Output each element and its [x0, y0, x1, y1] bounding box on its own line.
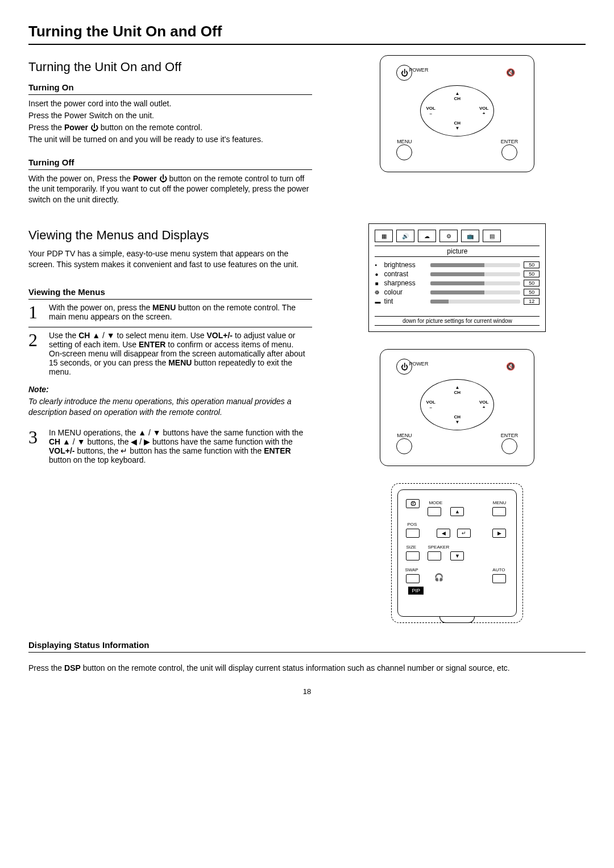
turning-on-l4: The unit will be turned on and you will … — [28, 134, 312, 145]
kbd-size-label: SIZE — [406, 545, 416, 550]
top-keyboard-diagram: ⏼ MODE MENU ▲ POS ◀ ↵ ▶ SIZE SPEAKER — [391, 483, 523, 623]
menu-label: MENU — [396, 433, 412, 438]
kbd-btn — [428, 507, 441, 516]
kbd-enter-icon: ↵ — [457, 529, 471, 538]
remote-diagram: POWER ⏻ 🔇 ▲CH CH▼ VOL– VOL+ MENU ENTER — [380, 55, 534, 172]
section1-heading: Turning the Unit On and Off — [28, 60, 312, 74]
kbd-down-icon: ▼ — [450, 551, 464, 560]
mute-icon: 🔇 — [503, 65, 518, 80]
osd-menu: ▦ 🔊 ☁ ⚙ 📺 ▤ picture •brightness50 ●contr… — [368, 223, 546, 332]
title-rule — [28, 44, 586, 45]
step-3: 3 In MENU operations, the ▲ / ▼ buttons … — [28, 428, 312, 464]
osd-row: ■sharpness50 — [375, 279, 540, 288]
kbd-pip-label: PIP — [408, 587, 424, 595]
page-number: 18 — [28, 687, 586, 696]
osd-row: ●contrast50 — [375, 269, 540, 279]
power-label: POWER — [409, 67, 428, 73]
step-1: 1 With the power on, press the MENU butt… — [28, 303, 312, 321]
osd-tab-icon: 🔊 — [396, 230, 414, 242]
osd-tab-icon: ☁ — [418, 230, 436, 242]
divider — [28, 169, 312, 170]
osd-row: ▬tint12 — [375, 297, 540, 306]
section2-heading: Viewing the Menus and Displays — [28, 228, 312, 243]
menu-label: MENU — [396, 139, 412, 144]
status-text: Press the DSP button on the remote contr… — [28, 663, 586, 674]
kbd-btn — [406, 551, 420, 560]
power-label: POWER — [409, 361, 428, 367]
kbd-btn — [406, 574, 420, 583]
kbd-btn — [492, 574, 506, 583]
osd-tab-icon: ⚙ — [439, 230, 458, 242]
kbd-up-icon: ▲ — [450, 507, 464, 516]
kbd-menu-label: MENU — [493, 500, 507, 505]
enter-icon — [501, 438, 517, 454]
osd-row: •brightness50 — [375, 260, 540, 269]
enter-label: ENTER — [501, 433, 518, 438]
kbd-speaker-label: SPEAKER — [428, 545, 449, 550]
remote-diagram: POWER ⏻ 🔇 ▲CH CH▼ VOL– VOL+ MENU ENTER — [380, 349, 534, 466]
kbd-auto-label: AUTO — [492, 567, 505, 572]
note-heading: Note: — [28, 384, 312, 395]
osd-tab-icon: 📺 — [461, 230, 479, 242]
osd-title: picture — [375, 246, 540, 257]
kbd-btn — [406, 529, 420, 538]
section2-intro: Your PDP TV has a simple, easy-to-use me… — [28, 248, 312, 270]
menu-icon — [396, 438, 412, 454]
divider — [28, 94, 312, 95]
turning-on-l1: Insert the power cord into the wall outl… — [28, 98, 312, 109]
turning-on-title: Turning On — [28, 82, 312, 92]
turning-on-l3: Press the Power ⏻ button on the remote c… — [28, 122, 312, 133]
divider — [28, 327, 312, 327]
enter-label: ENTER — [501, 139, 518, 144]
dpad: ▲CH CH▼ VOL– VOL+ — [420, 379, 494, 430]
note-body: To clearly introduce the menu operations… — [28, 396, 312, 418]
page-title: Turning the Unit On and Off — [28, 23, 586, 40]
viewing-menus-title: Viewing the Menus — [28, 287, 312, 297]
kbd-swap-label: SWAP — [405, 567, 418, 572]
divider — [28, 299, 312, 300]
kbd-pwr-icon: ⏼ — [406, 499, 420, 508]
kbd-mode-label: MODE — [429, 500, 442, 505]
turning-off-title: Turning Off — [28, 157, 312, 167]
osd-hint: down for picture settings for current wi… — [375, 316, 540, 326]
turning-off-p1: With the power on, Press the Power ⏻ but… — [28, 173, 312, 206]
divider — [28, 652, 586, 653]
osd-tab-icon: ▤ — [483, 230, 501, 242]
dpad: ▲CH CH▼ VOL– VOL+ — [420, 85, 494, 136]
turning-on-l2: Press the Power Switch on the unit. — [28, 110, 312, 121]
kbd-right-icon: ▶ — [492, 529, 506, 538]
mute-icon: 🔇 — [503, 359, 518, 373]
osd-tabs: ▦ 🔊 ☁ ⚙ 📺 ▤ — [375, 230, 540, 242]
menu-icon — [396, 144, 412, 160]
kbd-left-icon: ◀ — [437, 529, 450, 538]
enter-icon — [501, 144, 517, 160]
osd-row: ❁colour50 — [375, 288, 540, 297]
osd-tab-icon: ▦ — [375, 230, 393, 242]
kbd-btn — [492, 507, 506, 516]
headphone-icon: 🎧 — [434, 573, 443, 582]
kbd-pos-label: POS — [407, 522, 417, 527]
kbd-btn — [428, 551, 441, 560]
step-2: 2 Use the CH ▲ / ▼ to select menu item. … — [28, 331, 312, 376]
status-title: Displaying Status Information — [28, 640, 586, 650]
